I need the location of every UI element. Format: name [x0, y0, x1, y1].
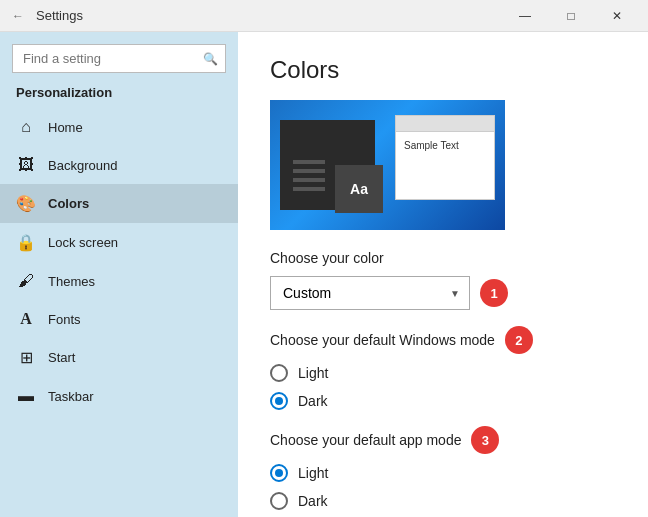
sidebar-item-label-taskbar: Taskbar: [48, 389, 94, 404]
color-badge: 1: [480, 279, 508, 307]
sidebar-item-label-colors: Colors: [48, 196, 89, 211]
fonts-icon: A: [16, 310, 36, 328]
color-section-label: Choose your color: [270, 250, 616, 266]
windows-mode-badge: 2: [505, 326, 533, 354]
windows-mode-light-label: Light: [298, 365, 328, 381]
sidebar-item-taskbar[interactable]: ▬ Taskbar: [0, 377, 238, 415]
preview-white-window: Sample Text: [395, 115, 495, 200]
preview-line-4: [293, 187, 325, 191]
sidebar-item-label-fonts: Fonts: [48, 312, 81, 327]
color-dropdown[interactable]: Light Dark Custom: [270, 276, 470, 310]
window-title: Settings: [36, 8, 83, 23]
content-area: Colors Aa Sample Text: [238, 32, 648, 517]
dropdown-container: Light Dark Custom ▼: [270, 276, 470, 310]
colors-icon: 🎨: [16, 194, 36, 213]
windows-mode-dark-label: Dark: [298, 393, 328, 409]
sidebar-item-fonts[interactable]: A Fonts: [0, 300, 238, 338]
sidebar-item-home[interactable]: ⌂ Home: [0, 108, 238, 146]
app-mode-dark-radio[interactable]: [270, 492, 288, 510]
lockscreen-icon: 🔒: [16, 233, 36, 252]
sidebar-item-label-themes: Themes: [48, 274, 95, 289]
themes-icon: 🖌: [16, 272, 36, 290]
preview-white-titlebar: [396, 116, 494, 132]
color-preview: Aa Sample Text: [270, 100, 505, 230]
sidebar: 🔍 Personalization ⌂ Home 🖼 Background 🎨 …: [0, 32, 238, 517]
main-layout: 🔍 Personalization ⌂ Home 🖼 Background 🎨 …: [0, 32, 648, 517]
preview-line-2: [293, 169, 325, 173]
preview-dark-block: Aa: [280, 120, 375, 210]
sidebar-item-background[interactable]: 🖼 Background: [0, 146, 238, 184]
search-icon: 🔍: [203, 52, 218, 66]
app-mode-radio-group: Light Dark: [270, 464, 616, 510]
app-mode-label: Choose your default app mode: [270, 432, 461, 448]
windows-mode-label: Choose your default Windows mode: [270, 332, 495, 348]
sidebar-item-themes[interactable]: 🖌 Themes: [0, 262, 238, 300]
preview-white-content: Sample Text: [396, 132, 494, 159]
preview-line-1: [293, 160, 325, 164]
windows-mode-section: Choose your default Windows mode 2 Light…: [270, 326, 616, 410]
title-bar: ← Settings — □ ✕: [0, 0, 648, 32]
background-icon: 🖼: [16, 156, 36, 174]
back-button[interactable]: ←: [8, 5, 28, 27]
sidebar-item-label-home: Home: [48, 120, 83, 135]
sidebar-item-label-background: Background: [48, 158, 117, 173]
search-input[interactable]: [12, 44, 226, 73]
color-section: Choose your color Light Dark Custom ▼ 1: [270, 250, 616, 310]
app-mode-light-radio[interactable]: [270, 464, 288, 482]
close-button[interactable]: ✕: [594, 0, 640, 32]
home-icon: ⌂: [16, 118, 36, 136]
preview-line-3: [293, 178, 325, 182]
windows-mode-light-radio[interactable]: [270, 364, 288, 382]
app-mode-dark-option[interactable]: Dark: [270, 492, 616, 510]
sidebar-item-lockscreen[interactable]: 🔒 Lock screen: [0, 223, 238, 262]
sidebar-item-colors[interactable]: 🎨 Colors: [0, 184, 238, 223]
sidebar-item-label-start: Start: [48, 350, 75, 365]
taskbar-icon: ▬: [16, 387, 36, 405]
windows-mode-dark-option[interactable]: Dark: [270, 392, 616, 410]
app-mode-light-option[interactable]: Light: [270, 464, 616, 482]
window-controls: — □ ✕: [502, 0, 640, 32]
preview-lines: [293, 160, 325, 191]
dropdown-wrapper: Light Dark Custom ▼ 1: [270, 276, 616, 310]
page-title: Colors: [270, 56, 616, 84]
app-mode-badge: 3: [471, 426, 499, 454]
maximize-button[interactable]: □: [548, 0, 594, 32]
start-icon: ⊞: [16, 348, 36, 367]
windows-mode-light-option[interactable]: Light: [270, 364, 616, 382]
app-mode-dark-label: Dark: [298, 493, 328, 509]
windows-mode-dark-radio[interactable]: [270, 392, 288, 410]
sidebar-item-label-lockscreen: Lock screen: [48, 235, 118, 250]
sidebar-section-label: Personalization: [0, 81, 238, 108]
minimize-button[interactable]: —: [502, 0, 548, 32]
preview-aa-box: Aa: [335, 165, 383, 213]
sidebar-item-start[interactable]: ⊞ Start: [0, 338, 238, 377]
windows-mode-radio-group: Light Dark: [270, 364, 616, 410]
app-mode-light-label: Light: [298, 465, 328, 481]
search-container: 🔍: [12, 44, 226, 73]
app-mode-section: Choose your default app mode 3 Light Dar…: [270, 426, 616, 510]
